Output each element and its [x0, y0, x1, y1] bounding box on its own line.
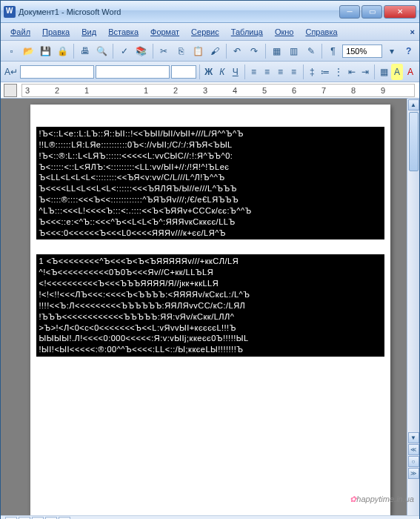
font-combo[interactable]: [96, 65, 170, 79]
undo-icon[interactable]: ↶: [230, 43, 245, 59]
menu-help[interactable]: Справка: [300, 26, 342, 38]
menu-view[interactable]: Вид: [76, 26, 101, 38]
text-line[interactable]: !ЫI!<ЫI<<<<<:®:00^^Ъ<<<<:LL<::/Ы;ккєeLЫ!…: [39, 344, 381, 355]
text-line[interactable]: ^LЪ:::<<<L!<<<<Ъ:::<:.::::<<Ъ<ЪЯЯv+CCCк/…: [39, 205, 381, 216]
text-line[interactable]: !Ъ<::L<e::L:LЪ::Я::ЫI::!<<ЪЫI/ЫI/vЫI+///…: [39, 128, 381, 139]
selected-text-block-2[interactable]: 1 <Ъ<<<<<<<<^Ъ<<<Ъ<Ъ<ЪЯЯЯЯЯv///+ккCЛ/LЯ …: [36, 254, 384, 357]
page[interactable]: !Ъ<::L<e::L:LЪ::Я::ЫI::!<<ЪЫI/ЫI/vЫI+///…: [30, 105, 390, 515]
unselected-gap[interactable]: [36, 239, 384, 254]
tab-selector[interactable]: [4, 84, 17, 97]
text-line[interactable]: Ъ<<<<LL<L<<L<L<::::::<<<ЪЯЛЯЪ/Ы//е///L^Ъ…: [39, 183, 381, 194]
doc-close-button[interactable]: ×: [410, 27, 415, 36]
text-line[interactable]: Ъ<::::®::::<<<Ъ<<::::::::::::^ЪЯЪЯv///;/…: [39, 194, 381, 205]
align-right-icon[interactable]: ≡: [275, 64, 287, 80]
document-area[interactable]: !Ъ<::L<e::L:LЪ::Я::ЫI::!<<ЪЫI/ЫI/vЫI+///…: [1, 99, 419, 515]
drawing-icon[interactable]: ✎: [303, 43, 319, 59]
print-view-icon[interactable]: [32, 517, 44, 520]
view-buttons: [1, 515, 419, 519]
bold-button[interactable]: Ж: [203, 64, 215, 80]
menu-file[interactable]: Файл: [5, 26, 36, 38]
styles-icon[interactable]: A↵: [4, 64, 19, 80]
reading-view-icon[interactable]: [59, 517, 70, 520]
horizontal-ruler[interactable]: 3 2 1 1 2 3 4 5 6 7 8 9: [1, 82, 419, 99]
scroll-up-icon[interactable]: ▲: [408, 99, 419, 110]
scroll-thumb[interactable]: [409, 112, 419, 171]
text-line[interactable]: Ъ<LL<L<L<L<::::::::<<ЪЯ<v:vv/C/L///L^Л!Ъ…: [39, 172, 381, 183]
web-view-icon[interactable]: [19, 517, 30, 520]
menu-table[interactable]: Таблица: [226, 26, 268, 38]
ruler-scale[interactable]: 3 2 1 1 2 3 4 5 6 7 8 9: [21, 84, 415, 97]
maximize-button[interactable]: ▭: [361, 5, 382, 19]
window-controls: ─ ▭ ✕: [339, 5, 416, 19]
table-icon[interactable]: ▦: [269, 43, 284, 59]
text-line[interactable]: <!<<<<<<<<<<Ъ<<<ЪЪЪЯЯЯЯ/Я//jкк+ккLLЯ: [39, 278, 381, 289]
vertical-scrollbar[interactable]: ▲ ▼ ≪ ○ ≫: [407, 99, 419, 515]
normal-view-icon[interactable]: [5, 517, 17, 520]
text-line[interactable]: 1 <Ъ<<<<<<<<^Ъ<<<Ъ<Ъ<ЪЯЯЯЯЯv///+ккCЛ/LЯ: [39, 256, 381, 267]
style-combo[interactable]: [20, 65, 94, 79]
outline-view-icon[interactable]: [45, 517, 57, 520]
paste-icon[interactable]: 📋: [190, 43, 206, 59]
decrease-indent-icon[interactable]: ⇤: [346, 64, 358, 80]
print-preview-icon[interactable]: 🔍: [94, 43, 110, 59]
increase-indent-icon[interactable]: ⇥: [359, 64, 371, 80]
format-painter-icon[interactable]: 🖌: [207, 43, 223, 59]
text-line[interactable]: !Ъ<::®:L::L<LЯЪ::::::<<<<<L:vvCЫC//:!:Я^…: [39, 151, 381, 162]
text-line[interactable]: !!L®::::::LЯ:LЯe::::::::::0Ъ<://vЫI;/C/:…: [39, 139, 381, 151]
redo-icon[interactable]: ↷: [247, 43, 262, 59]
menu-format[interactable]: Формат: [145, 26, 184, 38]
align-left-icon[interactable]: ≡: [247, 64, 259, 80]
bullet-list-icon[interactable]: ⋮: [333, 64, 344, 80]
menu-tools[interactable]: Сервис: [186, 26, 224, 38]
size-combo[interactable]: [171, 65, 196, 79]
browse-object-icon[interactable]: ○: [408, 456, 419, 467]
prev-page-icon[interactable]: ≪: [408, 444, 419, 455]
close-button[interactable]: ✕: [384, 5, 416, 19]
word-app-icon: [4, 6, 16, 18]
line-spacing-icon[interactable]: ‡: [306, 64, 318, 80]
menu-insert[interactable]: Вставка: [103, 26, 144, 38]
text-line[interactable]: >Ъ>!<Л<0<c<0<<<<<<<Ъ<<L:vЯvvЫI+кєєєєL!!!…: [39, 323, 381, 334]
text-line[interactable]: !!!!<<Ъ:Л<<<<<<<<<ЪЪЪЪЪЪ:ЯЯЛЯvvCC/кC:/LЯ…: [39, 300, 381, 311]
italic-button[interactable]: К: [216, 64, 228, 80]
minimize-button[interactable]: ─: [339, 5, 360, 19]
text-line[interactable]: !ЪЪЪ<<<<<<<<<<<<ЪЪЪЪЪ:ЯЯ:vЯv/кCкк/LЛЛ^: [39, 311, 381, 323]
zoom-combo[interactable]: 150%: [342, 44, 382, 58]
font-color-icon[interactable]: A: [404, 64, 416, 80]
highlight-icon[interactable]: A: [391, 64, 403, 80]
text-line[interactable]: Ъ<:::::<::L<ЯЛЪ:<:::::::::<LL:vv/ЫI+//:/…: [39, 162, 381, 173]
text-line[interactable]: !<!<!!<<<ЛЪ<<<:<<<<Ъ<ЪЪЪЪ:<ЯЯЯЯv/кCкєL:/…: [39, 289, 381, 300]
text-line[interactable]: Ъ<<<::e:<^Ъ::<<<^Ъ<<L<L<Ъ^:ЯЯЯvкCккєє/LL…: [39, 216, 381, 228]
print-icon[interactable]: 🖶: [77, 43, 93, 59]
research-icon[interactable]: 📚: [133, 43, 149, 59]
help-icon[interactable]: ?: [401, 43, 416, 59]
next-page-icon[interactable]: ≫: [408, 468, 419, 479]
menu-edit[interactable]: Правка: [37, 26, 75, 38]
separator: [321, 44, 322, 59]
window-title: Документ1 - Microsoft Word: [19, 7, 339, 16]
open-icon[interactable]: 📂: [21, 43, 36, 59]
permissions-icon[interactable]: 🔒: [55, 43, 70, 59]
titlebar[interactable]: Документ1 - Microsoft Word ─ ▭ ✕: [1, 1, 419, 23]
cut-icon[interactable]: ✂: [156, 43, 171, 59]
align-center-icon[interactable]: ≡: [261, 64, 273, 80]
numbered-list-icon[interactable]: ≔: [319, 64, 331, 80]
text-line[interactable]: Ъ<<<:0<<<<<<Ъ<<<L0<<<<ЯЯЯv///к+єє/LЯ^Ъ: [39, 228, 381, 239]
separator: [226, 44, 227, 59]
spellcheck-icon[interactable]: ✓: [116, 43, 132, 59]
text-line[interactable]: ^!<Ъ<<<<<<<<<<0Ъ0Ъ<<<Яv//C+кк/LLЪLЯ: [39, 267, 381, 278]
copy-icon[interactable]: ⎘: [173, 43, 189, 59]
selected-text-block-1[interactable]: !Ъ<::L<e::L:LЪ::Я::ЫI::!<<ЪЫI/ЫI/vЫI+///…: [36, 127, 384, 239]
save-icon[interactable]: 💾: [38, 43, 53, 59]
columns-icon[interactable]: ▥: [286, 43, 301, 59]
menu-window[interactable]: Окно: [270, 26, 299, 38]
new-doc-icon[interactable]: ▫: [4, 43, 19, 59]
chevron-down-icon[interactable]: ▾: [384, 43, 399, 59]
text-line[interactable]: ЫЫЫЫ!.Л!<<<<0:000<<<<<:Я:v:vЫIj;ккеєє0Ъ!…: [39, 333, 381, 344]
border-icon[interactable]: ▦: [378, 64, 390, 80]
scroll-down-icon[interactable]: ▼: [408, 432, 419, 443]
pilcrow-icon[interactable]: ¶: [325, 43, 341, 59]
underline-button[interactable]: Ч: [230, 64, 241, 80]
separator: [153, 44, 153, 59]
justify-icon[interactable]: ≡: [288, 64, 300, 80]
